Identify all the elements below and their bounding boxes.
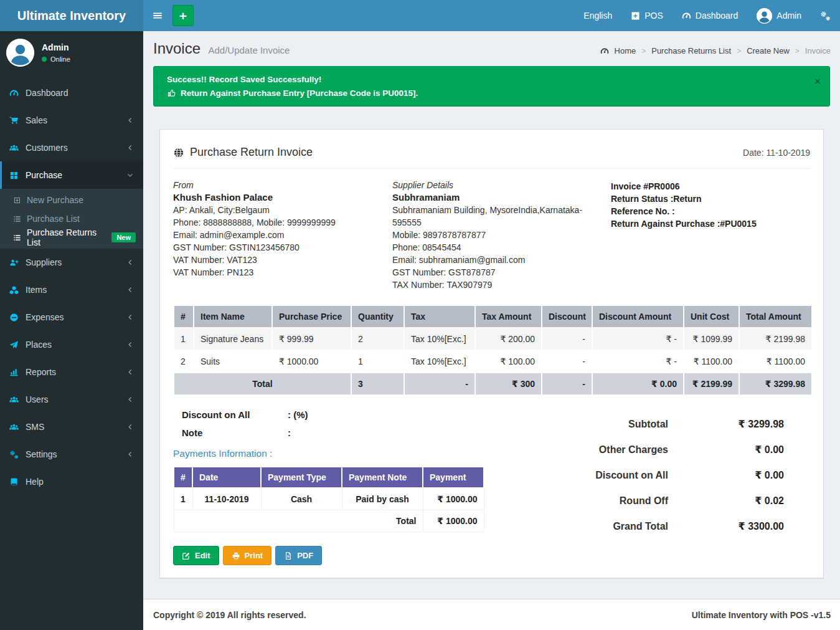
col-header-discount: Discount [542,305,592,328]
sidebar-item-customers[interactable]: Customers [0,134,143,161]
discount-on-all-value: : (%) [288,409,308,420]
chevron-down-icon [126,171,134,179]
plus-square-outline-icon [13,196,21,204]
sidebar-item-settings[interactable]: Settings [0,441,143,468]
navbar-right: English POS Dashboard Admin [574,0,840,31]
discount-on-all-row: Discount on All : (%) [173,409,497,420]
breadcrumb-current: Invoice [805,46,831,55]
copyright-text: Copyright © 2019 All rights reserved. [153,610,306,620]
sidebar-user-status: Online [42,55,70,63]
new-badge: New [111,232,136,242]
main-content: Invoice Add/Update Invoice Home > Purcha… [143,31,840,599]
chevron-left-icon [126,396,134,403]
col-header-quantity: Quantity [351,305,404,328]
invoice-date: Date: 11-10-2019 [743,148,810,158]
sidebar-item-expenses[interactable]: Expenses [0,303,143,331]
return-against-purchase: Return Against Purchase :#PU0015 [611,217,810,230]
col-header-purchase-price: Purchase Price [272,305,351,328]
from-line: GST Number: GSTIN123456780 [173,241,392,254]
chevron-left-icon [126,313,134,321]
alert-close-button[interactable]: × [814,76,821,87]
supplier-line: Mobile: 9897878787877 [392,229,598,241]
supplier-line: TAX Number: TAX907979 [392,279,598,291]
avatar-icon [6,39,34,67]
print-button[interactable]: Print [223,546,272,565]
col-header-index: # [174,305,194,328]
hamburger-icon [152,10,163,21]
pos-label: POS [644,11,663,21]
table-row: 2 Suits ₹ 1000.00 1 Tax 10%[Exc.] ₹ 100.… [174,350,812,373]
return-status: Return Status :Return [611,193,810,205]
users-icon [9,422,19,432]
sidebar-item-users[interactable]: Users [0,386,143,413]
dashboard-link[interactable]: Dashboard [672,0,748,31]
col-header-tax-amount: Tax Amount [475,305,542,328]
grid-icon [9,171,19,180]
note-label: Note [182,427,288,438]
from-name: Khush Fashion Palace [173,192,392,203]
sidebar-item-sales[interactable]: Sales [0,107,143,134]
sidebar-item-purchase[interactable]: Purchase [0,161,143,189]
chevron-left-icon [126,451,134,458]
settings-menu[interactable] [811,0,840,31]
sidebar-user-name: Admin [42,42,70,52]
from-line: VAT Number: VAT123 [173,254,392,266]
sidebar-item-help[interactable]: Help [0,468,143,495]
sidebar-menu: Dashboard Sales Customers Purchase New P… [0,79,143,495]
other-charges-row: Other Charges ₹ 0.00 [497,444,784,456]
sidebar-item-places[interactable]: Places [0,331,143,358]
user-plus-icon [9,258,19,267]
edit-button[interactable]: Edit [173,546,219,565]
note-value: : [288,427,291,438]
invoice-info-row: From Khush Fashion Palace AP: Ankali, Ci… [173,169,810,300]
sidebar-item-reports[interactable]: Reports [0,358,143,386]
breadcrumb: Home > Purchase Returns List > Create Ne… [600,46,831,55]
users-icon [9,143,19,153]
avatar-icon [757,8,772,24]
sidebar-user-panel: Admin Online [0,31,143,74]
items-table-total-row: Total 3 - ₹ 300 - ₹ 0.00 ₹ 2199.99 ₹ 329… [174,373,812,395]
col-header-discount-amount: Discount Amount [592,305,684,328]
breadcrumb-home[interactable]: Home [615,46,636,55]
reference-no: Reference No. : [611,205,810,217]
from-line: Email: admin@example.com [173,229,392,241]
col-header-unit-cost: Unit Cost [684,305,739,328]
from-line: VAT Number: PN123 [173,266,392,279]
sidebar-item-suppliers[interactable]: Suppliers [0,249,143,276]
gears-icon [9,450,19,459]
payments-header-row: # Date Payment Type Payment Note Payment [174,467,484,488]
thumbs-up-icon [167,88,176,98]
purchase-submenu: New Purchase Purchase List Purchase Retu… [0,189,143,249]
app-logo[interactable]: Ultimate Inventory [0,0,143,31]
chevron-left-icon [126,144,134,151]
sidebar-item-items[interactable]: Items [0,276,143,303]
from-line: AP: Ankali, City:Belgaum [173,204,392,216]
discount-on-all-total-row: Discount on All ₹ 0.00 [497,469,784,481]
book-icon [9,477,19,487]
pdf-button[interactable]: PDF [275,546,322,565]
payments-column: Discount on All : (%) Note : Payments In… [173,409,497,565]
language-menu[interactable]: English [574,0,621,31]
supplier-name: Subhramaniam [392,192,598,203]
tachometer-icon [600,47,609,55]
page-title: Invoice [153,40,201,57]
user-menu[interactable]: Admin [747,0,811,31]
content-header: Invoice Add/Update Invoice Home > Purcha… [143,31,840,57]
invoice-items-table: # Item Name Purchase Price Quantity Tax … [173,305,813,396]
sidebar-item-dashboard[interactable]: Dashboard [0,79,143,107]
users-icon [9,395,19,404]
sidebar-toggle-button[interactable] [143,0,172,31]
sidebar-item-sms[interactable]: SMS [0,413,143,441]
list-icon [13,215,21,223]
sidebar-item-purchase-returns-list[interactable]: Purchase Returns List New [0,228,143,247]
sidebar-item-purchase-list[interactable]: Purchase List [0,209,143,228]
pos-link[interactable]: POS [621,0,672,31]
quick-add-button[interactable]: + [172,5,194,26]
page-subtitle: Add/Update Invoice [209,45,290,55]
breadcrumb-create-new[interactable]: Create New [747,46,790,55]
breadcrumb-purchase-returns-list[interactable]: Purchase Returns List [651,46,731,55]
sidebar-item-new-purchase[interactable]: New Purchase [0,191,143,209]
from-heading: From [173,180,392,190]
supplier-block: Supplier Details Subhramaniam Subhramani… [392,180,598,291]
bar-chart-icon [9,368,19,377]
